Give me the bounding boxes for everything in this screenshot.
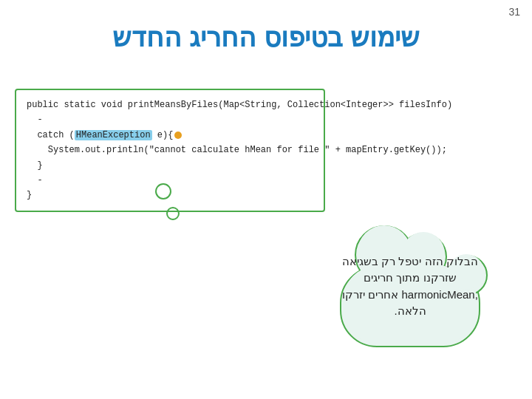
orange-dot-icon — [174, 132, 182, 139]
code-line-2: - — [27, 112, 313, 127]
page-number: 31 — [508, 6, 520, 18]
code-line-6: - — [27, 173, 313, 188]
cloud-tail-circle-small — [166, 207, 180, 220]
cloud-text: הבלוק הזה יטפל רק בשגיאה שזרקנו מתוך חרי… — [336, 233, 484, 340]
speech-cloud: הבלוק הזה יטפל רק בשגיאה שזרקנו מתוך חרי… — [332, 229, 502, 369]
exception-highlight: HMeanException — [75, 130, 152, 140]
code-line-4: System.out.println("cannot calculate hMe… — [27, 143, 313, 157]
code-line-1: public static void printMeansByFiles(Map… — [27, 98, 313, 112]
cloud-tail-circle-large — [155, 183, 171, 200]
cloud-shape: הבלוק הזה יטפל רק בשגיאה שזרקנו מתוך חרי… — [332, 229, 488, 347]
code-line-5: } — [27, 158, 313, 173]
code-line-3: catch (HMeanException e){ — [27, 128, 313, 143]
page-title: שימוש בטיפוס החריג החדש — [0, 22, 532, 53]
